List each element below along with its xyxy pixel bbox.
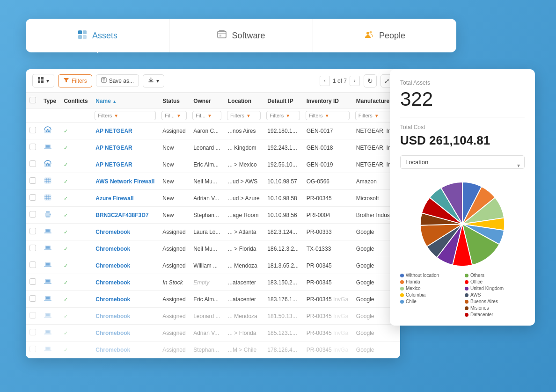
asset-name-link[interactable]: Chromebook	[95, 246, 130, 252]
asset-name-link[interactable]: Chromebook	[95, 347, 130, 353]
row-conflict: ✓	[60, 139, 92, 156]
svg-rect-18	[46, 131, 47, 132]
row-location: ... Kingdom	[224, 139, 263, 156]
th-name[interactable]: Name ▲	[92, 93, 159, 109]
svg-rect-56	[44, 300, 51, 301]
row-name: AWS Network Firewall	[92, 173, 159, 190]
select-all-checkbox[interactable]	[29, 97, 36, 103]
filters-btn[interactable]: Filters	[58, 74, 92, 87]
svg-rect-58	[46, 314, 50, 316]
row-checkbox-cell	[26, 308, 40, 325]
page-prev-btn[interactable]: ‹	[320, 76, 330, 86]
filter-location[interactable]: Filters▼	[227, 111, 261, 120]
row-location: ... > Mexico	[224, 156, 263, 173]
row-name: BRN3C2AF438F3D7	[92, 207, 159, 224]
asset-name-link[interactable]: AP NETGEAR	[95, 145, 132, 151]
legend-label: Buenos Aires	[470, 299, 498, 304]
row-checkbox[interactable]	[29, 144, 36, 150]
legend-dot	[400, 274, 404, 277]
row-checkbox[interactable]	[29, 127, 36, 133]
svg-point-9	[369, 31, 372, 33]
asset-name-link[interactable]: BRN3C2AF438F3D7	[95, 212, 148, 218]
row-checkbox[interactable]	[29, 329, 36, 335]
tab-assets[interactable]: Assets	[26, 19, 169, 52]
asset-name-link[interactable]: Chromebook	[95, 330, 130, 336]
table-row: ✓ Chromebook In Stock Empty ...atacenter…	[26, 274, 400, 291]
table-view-btn[interactable]: ▾	[32, 74, 54, 87]
tab-software[interactable]: Software	[169, 19, 313, 52]
row-name: AP NETGEAR	[92, 156, 159, 173]
table-row: ✓ AP NETGEAR Assigned Aaron C... ...nos …	[26, 123, 400, 139]
refresh-btn[interactable]: ↻	[364, 74, 377, 87]
save-as-btn[interactable]: Save as...	[96, 74, 139, 87]
conflict-check: ✓	[64, 246, 68, 252]
row-checkbox[interactable]	[29, 194, 36, 201]
asset-name-link[interactable]: AP NETGEAR	[95, 128, 132, 134]
legend-dot	[465, 274, 468, 277]
row-ip: 183.176.1...	[263, 291, 302, 308]
svg-rect-65	[44, 350, 51, 351]
svg-point-16	[103, 80, 104, 82]
filter-status[interactable]: Fil...▼	[161, 111, 187, 120]
row-status: Assigned	[159, 325, 190, 341]
asset-name-link[interactable]: Chromebook	[95, 313, 130, 319]
row-name: Chromebook	[92, 291, 159, 308]
table-row: ✓ Chromebook Assigned Stephan... ...M > …	[26, 341, 400, 358]
asset-name-link[interactable]: Chromebook	[95, 262, 130, 269]
row-checkbox[interactable]	[29, 295, 36, 302]
row-checkbox[interactable]	[29, 278, 36, 285]
row-checkbox-cell	[26, 257, 40, 274]
filter-ip[interactable]: Filters▼	[266, 111, 300, 120]
legend-dot	[465, 306, 468, 310]
row-inv-id: PR-00345	[303, 257, 352, 274]
asset-name-link[interactable]: Chromebook	[95, 229, 130, 235]
tab-people[interactable]: People	[313, 19, 456, 52]
row-type	[40, 308, 60, 325]
row-checkbox[interactable]	[29, 211, 36, 218]
th-ip: Default IP	[263, 93, 302, 109]
row-status: New	[159, 173, 190, 190]
row-checkbox-cell	[26, 156, 40, 173]
asset-name-link[interactable]: Chromebook	[95, 279, 130, 286]
row-checkbox[interactable]	[29, 346, 36, 352]
asset-name-link[interactable]: Chromebook	[95, 296, 130, 303]
row-manufacturer: Google	[352, 341, 400, 358]
row-location: ...ud > Azure	[224, 190, 263, 207]
row-inv-id: PR-00345	[303, 274, 352, 291]
table-row: ✓ Azure Firewall New Adrian V... ...ud >…	[26, 190, 400, 207]
row-checkbox[interactable]	[29, 312, 36, 319]
row-conflict: ✓	[60, 224, 92, 240]
th-conflicts: Conflicts	[60, 93, 92, 109]
row-checkbox[interactable]	[29, 177, 36, 184]
svg-rect-10	[38, 77, 40, 80]
row-name: AP NETGEAR	[92, 123, 159, 139]
page-next-btn[interactable]: ›	[350, 76, 360, 86]
row-inv-id: GEN-0019	[303, 156, 352, 173]
row-checkbox[interactable]	[29, 228, 36, 234]
svg-rect-13	[41, 80, 44, 83]
row-name: AP NETGEAR	[92, 139, 159, 156]
svg-point-8	[366, 32, 369, 35]
svg-rect-28	[44, 178, 51, 183]
row-location: ... Mendoza	[224, 308, 263, 325]
row-checkbox[interactable]	[29, 160, 36, 167]
asset-name-link[interactable]: AWS Network Firewall	[95, 178, 154, 185]
asset-name-link[interactable]: AP NETGEAR	[95, 161, 132, 168]
download-btn[interactable]: ▾	[143, 74, 164, 87]
svg-rect-4	[218, 31, 226, 38]
row-checkbox[interactable]	[29, 261, 36, 268]
row-status: Assigned	[159, 123, 190, 139]
filter-owner[interactable]: Fil...▼	[192, 111, 221, 120]
filter-name[interactable]: Filters▼	[95, 111, 156, 120]
table-row: ✓ AP NETGEAR New Leonard ... ... Kingdom…	[26, 139, 400, 156]
save-as-label: Save as...	[109, 78, 134, 84]
row-owner: Stephan...	[190, 341, 224, 358]
location-select[interactable]: LocationWithout locationFloridaMexicoCol…	[400, 155, 525, 169]
asset-name-link[interactable]: Azure Firewall	[95, 195, 133, 202]
row-checkbox[interactable]	[29, 245, 36, 251]
filter-inv[interactable]: Filters▼	[306, 111, 350, 120]
row-location: ... > Florida	[224, 240, 263, 257]
svg-rect-26	[48, 164, 50, 166]
legend-label: AWS	[470, 292, 481, 298]
conflict-check: ✓	[64, 145, 68, 151]
